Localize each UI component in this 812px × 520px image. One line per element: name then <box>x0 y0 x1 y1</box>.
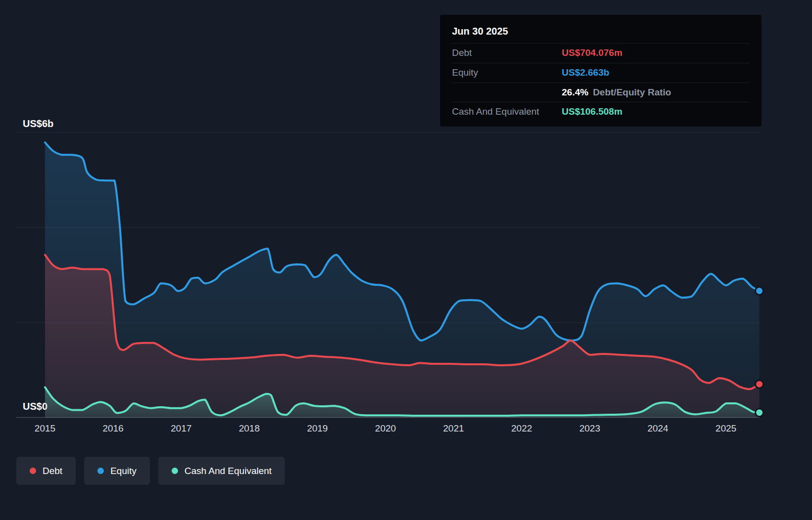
legend-label-equity: Equity <box>110 466 136 477</box>
tooltip-cash-label: Cash And Equivalent <box>452 106 562 118</box>
x-axis-label-2020: 2020 <box>375 423 396 434</box>
equity-end-dot[interactable] <box>756 287 764 295</box>
tooltip-row-ratio: 26.4% Debt/Equity Ratio <box>452 83 750 102</box>
x-axis-label-2018: 2018 <box>239 423 260 434</box>
tooltip-ratio-label: Debt/Equity Ratio <box>593 87 671 98</box>
x-axis-label-2017: 2017 <box>171 423 191 434</box>
balance-sheet-history-chart: Jun 30 2025 Debt US$704.076m Equity US$2… <box>0 0 812 520</box>
legend: Debt Equity Cash And Equivalent <box>16 457 285 485</box>
x-axis-label-2024: 2024 <box>647 423 668 434</box>
debt-legend-dot <box>30 468 36 474</box>
x-axis-label-2022: 2022 <box>511 423 532 434</box>
tooltip-row-debt: Debt US$704.076m <box>452 43 750 63</box>
cash-end-dot[interactable] <box>756 409 764 417</box>
tooltip-panel: Jun 30 2025 Debt US$704.076m Equity US$2… <box>440 15 762 127</box>
plot-area[interactable] <box>16 132 760 418</box>
tooltip-date: Jun 30 2025 <box>452 21 750 43</box>
x-axis-label-2019: 2019 <box>307 423 328 434</box>
tooltip-equity-value: US$2.663b <box>562 67 609 79</box>
tooltip-row-equity: Equity US$2.663b <box>452 63 750 83</box>
x-axis: 2015201620172018201920202021202220232024… <box>16 423 760 438</box>
equity-legend-dot <box>97 468 104 474</box>
legend-item-equity[interactable]: Equity <box>84 457 150 485</box>
tooltip-debt-label: Debt <box>452 47 562 59</box>
debt-end-dot[interactable] <box>756 380 764 388</box>
tooltip-debt-value: US$704.076m <box>562 47 623 59</box>
x-axis-label-2023: 2023 <box>579 423 600 434</box>
legend-item-cash[interactable]: Cash And Equivalent <box>158 457 285 485</box>
tooltip-ratio-value: 26.4% <box>562 87 588 98</box>
tooltip-equity-label: Equity <box>452 67 562 79</box>
chart-svg <box>16 132 760 418</box>
tooltip-cash-value: US$106.508m <box>562 106 623 118</box>
x-axis-label-2016: 2016 <box>103 423 124 434</box>
tooltip-row-cash: Cash And Equivalent US$106.508m <box>452 102 750 122</box>
cash-legend-dot <box>172 468 178 474</box>
x-axis-label-2015: 2015 <box>35 423 55 434</box>
legend-label-cash: Cash And Equivalent <box>184 466 271 477</box>
x-axis-label-2021: 2021 <box>443 423 464 434</box>
x-axis-label-2025: 2025 <box>716 423 736 434</box>
y-axis-label-max: US$6b <box>23 118 53 130</box>
legend-item-debt[interactable]: Debt <box>16 457 76 485</box>
legend-label-debt: Debt <box>43 466 62 477</box>
